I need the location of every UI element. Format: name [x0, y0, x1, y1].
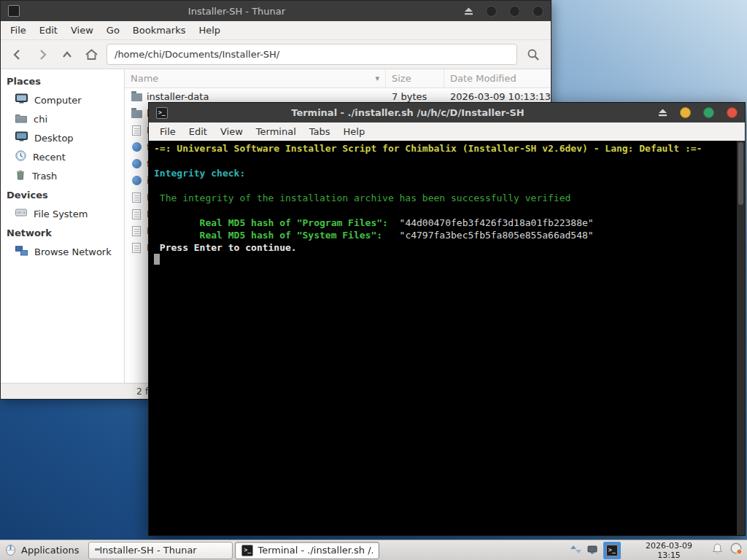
trash-icon — [15, 169, 26, 182]
thunar-eject-icon[interactable] — [464, 7, 473, 15]
terminal-app-icon: >_ — [156, 107, 168, 119]
terminal-menu-view[interactable]: View — [214, 122, 249, 141]
back-button[interactable] — [7, 44, 27, 64]
terminal-cursor — [154, 254, 160, 265]
sidebar-item-label: chi — [34, 114, 47, 125]
network-icon — [15, 246, 28, 258]
terminal-integrity-heading: Integrity check: — [154, 168, 245, 179]
tray-terminal-indicator[interactable]: >_ — [603, 542, 621, 559]
sidebar-item-label: Computer — [34, 95, 82, 106]
thunar-menu-bookmarks[interactable]: Bookmarks — [126, 21, 193, 39]
sidebar-item-filesystem[interactable]: File System — [1, 204, 124, 223]
terminal-menu-terminal[interactable]: Terminal — [249, 122, 303, 141]
terminal-prompt-line: Press Enter to continue. — [154, 242, 297, 253]
sidebar-item-home[interactable]: chi — [1, 109, 124, 128]
terminal-eject-icon[interactable] — [658, 109, 667, 117]
forward-button[interactable] — [32, 44, 52, 64]
taskbar-item-thunar[interactable]: Installer-SH - Thunar — [88, 542, 233, 559]
taskbar-clock[interactable]: 2026-03-09 13:15 — [646, 541, 692, 560]
sidebar-header-devices: Devices — [1, 186, 124, 203]
terminal-md5-system-label: Real MD5 hash of "System Files": — [188, 230, 382, 241]
search-button[interactable] — [522, 44, 544, 65]
terminal-window: >_ Terminal - ./installer.sh /u/h/c/D/In… — [148, 102, 746, 536]
file-icon — [131, 125, 142, 136]
thunar-menu-help[interactable]: Help — [192, 21, 227, 39]
file-size: 7 bytes — [385, 91, 444, 102]
home-button[interactable] — [82, 44, 101, 64]
terminal-md5-program-value: "44d00470feb3f426f3d18a01fb22388e" — [388, 217, 594, 228]
taskbar-item-label: Installer-SH - Thunar — [99, 545, 196, 556]
thunar-maximize-button[interactable] — [509, 6, 520, 17]
sidebar-header-network: Network — [1, 224, 124, 241]
terminal-md5-program-label: Real MD5 hash of "Program Files": — [188, 217, 388, 228]
sidebar-item-browse-network[interactable]: Browse Network — [1, 242, 124, 261]
folder-icon — [131, 92, 142, 101]
sidebar-item-trash[interactable]: Trash — [1, 166, 124, 185]
terminal-verify-line: The integrity of the installation archiv… — [154, 192, 570, 203]
thunar-menu-view[interactable]: View — [64, 21, 100, 39]
applications-menu-icon — [4, 543, 17, 558]
scrollbar-thumb[interactable] — [738, 142, 743, 205]
folder-icon — [15, 113, 27, 125]
thunar-close-button[interactable] — [533, 6, 543, 17]
thunar-toolbar — [1, 40, 551, 69]
file-date: 2026-03-09 10:13:13 — [444, 91, 551, 102]
sort-arrow-icon: ▾ — [375, 74, 379, 83]
statusbar-text: 2 f — [136, 386, 148, 397]
column-header-size[interactable]: Size — [386, 69, 444, 88]
minimize-button[interactable] — [680, 107, 691, 118]
terminal-menu-file[interactable]: File — [153, 122, 182, 141]
thunar-menubar: File Edit View Go Bookmarks Help — [1, 21, 551, 40]
terminal-menu-help[interactable]: Help — [337, 122, 372, 141]
column-header-date-modified[interactable]: Date Modified — [444, 69, 551, 88]
clock-date: 2026-03-09 — [646, 541, 692, 551]
file-icon — [131, 226, 142, 236]
thunar-window-title: Installer-SH - Thunar — [20, 6, 454, 17]
up-button[interactable] — [57, 44, 77, 64]
folder-icon — [131, 109, 142, 118]
tray-network-icon[interactable] — [570, 543, 581, 557]
sidebar-item-recent[interactable]: Recent — [1, 147, 124, 166]
taskbar: Applications Installer-SH - Thunar >_ Te… — [0, 540, 747, 560]
taskbar-item-terminal[interactable]: >_ Terminal - ./installer.sh /... — [235, 542, 379, 559]
sidebar-item-desktop[interactable]: Desktop — [1, 128, 124, 147]
system-tray: >_ 2026-03-09 13:15 — [570, 541, 747, 560]
file-icon — [131, 192, 142, 203]
terminal-menu-edit[interactable]: Edit — [182, 122, 214, 141]
thunar-menu-edit[interactable]: Edit — [33, 21, 64, 39]
terminal-menubar: File Edit View Terminal Tabs Help — [149, 122, 745, 141]
thunar-titlebar[interactable]: Installer-SH - Thunar — [1, 1, 551, 21]
clock-time: 13:15 — [646, 551, 692, 560]
tray-display-icon[interactable] — [587, 543, 597, 557]
thunar-menu-file[interactable]: File — [4, 21, 33, 39]
file-icon — [131, 243, 142, 253]
sidebar-item-computer[interactable]: Computer — [1, 90, 124, 109]
terminal-scrollbar[interactable] — [737, 141, 745, 535]
sidebar-header-places: Places — [1, 72, 124, 90]
path-input[interactable] — [107, 44, 517, 65]
file-name: installer-data — [147, 91, 385, 102]
thunar-app-icon — [8, 5, 20, 17]
sidebar-item-label: Trash — [32, 171, 57, 182]
column-header-name[interactable]: Name ▾ — [125, 69, 386, 88]
terminal-screen[interactable]: -=: Universal Software Installer Script … — [149, 141, 745, 535]
thunar-menu-go[interactable]: Go — [100, 21, 126, 39]
maximize-button[interactable] — [703, 107, 714, 118]
sidebar-item-label: Recent — [33, 152, 66, 163]
terminal-window-title: Terminal - ./installer.sh /u/h/c/D/Insta… — [168, 107, 648, 118]
applications-menu-label: Applications — [21, 545, 79, 556]
close-button[interactable] — [727, 107, 738, 118]
terminal-md5-system-value: "c4797fa3bec5fb5fa805e855a66ad548" — [382, 230, 594, 241]
applications-menu-button[interactable]: Applications — [0, 540, 86, 560]
taskbar-item-label: Terminal - ./installer.sh /... — [258, 545, 373, 556]
status-indicator-icon[interactable] — [729, 542, 743, 559]
terminal-titlebar[interactable]: >_ Terminal - ./installer.sh /u/h/c/D/In… — [149, 103, 745, 122]
executable-icon — [131, 176, 142, 185]
file-list-header: Name ▾ Size Date Modified — [125, 69, 551, 88]
terminal-banner-line: -=: Universal Software Installer Script … — [154, 143, 702, 154]
terminal-menu-tabs[interactable]: Tabs — [303, 122, 337, 141]
computer-icon — [15, 93, 28, 106]
notifications-bell-icon[interactable] — [711, 542, 724, 558]
terminal-task-icon: >_ — [241, 545, 253, 556]
thunar-minimize-button[interactable] — [486, 6, 497, 17]
